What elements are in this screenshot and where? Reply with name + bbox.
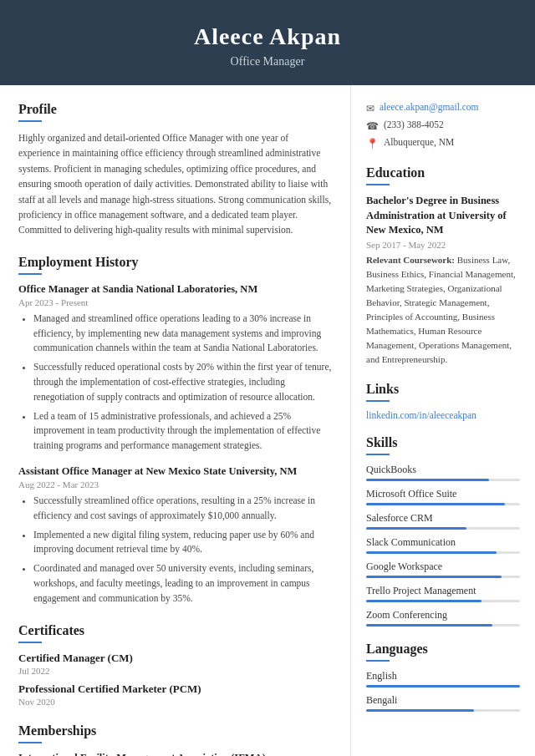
header: Aleece Akpan Office Manager — [0, 0, 535, 85]
employment-title: Employment History — [18, 255, 332, 270]
job-2-bullet-3: Coordinated and managed over 50 universi… — [33, 561, 332, 606]
job-1-bullet-1: Managed and streamlined office operation… — [33, 312, 332, 356]
profile-divider — [18, 120, 42, 122]
contact-email: ✉ aleece.akpan@gmail.com — [366, 102, 520, 115]
skill-bar-bg-5 — [366, 600, 520, 602]
lang-name-1: Bengali — [366, 694, 520, 707]
left-column: Profile Highly organized and detail-orie… — [0, 85, 351, 756]
skill-item-4: Google Workspace — [366, 561, 520, 578]
certificates-title: Certificates — [18, 623, 332, 638]
cert-1-date: Jul 2022 — [18, 666, 332, 676]
coursework-label: Relevant Coursework: — [366, 255, 455, 265]
memberships-section: Memberships International Facility Manag… — [18, 723, 332, 756]
job-1-bullet-3: Led a team of 15 administrative professi… — [33, 409, 332, 454]
job-2-bullet-1: Successfully streamlined office operatio… — [33, 494, 332, 524]
employment-divider — [18, 273, 42, 275]
skill-bar-fill-2 — [366, 527, 466, 530]
certificates-section: Certificates Certified Manager (CM) Jul … — [18, 623, 332, 707]
skill-bar-bg-2 — [366, 527, 520, 530]
job-1-bullets: Managed and streamlined office operation… — [18, 312, 332, 454]
contact-phone: ☎ (233) 388-4052 — [366, 119, 520, 133]
location-icon: 📍 — [366, 138, 379, 150]
skill-name-5: Trello Project Management — [366, 585, 520, 597]
phone-icon: ☎ — [366, 120, 379, 133]
skill-bar-bg-3 — [366, 551, 520, 554]
skill-bar-bg-6 — [366, 624, 520, 627]
skill-bar-bg-4 — [366, 576, 520, 578]
skill-item-6: Zoom Conferencing — [366, 609, 520, 627]
contact-section: ✉ aleece.akpan@gmail.com ☎ (233) 388-405… — [366, 102, 520, 150]
skill-bar-fill-3 — [366, 551, 497, 554]
job-1-bullet-2: Successfully reduced operational costs b… — [33, 360, 332, 404]
profile-title: Profile — [18, 102, 332, 117]
job-2: Assistant Office Manager at New Mexico S… — [18, 465, 332, 606]
lang-item-0: English — [366, 670, 520, 688]
coursework-text: Business Law, Business Ethics, Financial… — [366, 255, 516, 364]
candidate-title: Office Manager — [17, 55, 518, 68]
lang-bar-bg-1 — [366, 709, 520, 712]
membership-1-title: International Facility Management Associ… — [18, 752, 332, 756]
location-text: Albuquerque, NM — [384, 137, 454, 147]
links-section: Links linkedin.com/in/aleeceakpan — [366, 382, 520, 420]
lang-bar-fill-1 — [366, 709, 474, 712]
job-1-date: Apr 2023 - Present — [18, 297, 332, 307]
edu-degree: Bachelor's Degree in Business Administra… — [366, 194, 520, 238]
memberships-divider — [18, 742, 42, 743]
candidate-name: Aleece Akpan — [17, 23, 518, 50]
skill-name-4: Google Workspace — [366, 561, 520, 573]
cert-1: Certified Manager (CM) Jul 2022 — [18, 652, 332, 676]
links-divider — [366, 400, 390, 402]
languages-title: Languages — [366, 642, 520, 657]
skill-name-0: QuickBooks — [366, 464, 520, 476]
skill-bar-fill-6 — [366, 624, 492, 627]
lang-name-0: English — [366, 670, 520, 682]
skills-section: Skills QuickBooks Microsoft Office Suite… — [366, 435, 520, 627]
employment-section: Employment History Office Manager at San… — [18, 255, 332, 606]
skill-bar-bg-0 — [366, 479, 520, 481]
languages-divider — [366, 660, 390, 662]
email-icon: ✉ — [366, 103, 374, 115]
skill-name-6: Zoom Conferencing — [366, 609, 520, 622]
email-link[interactable]: aleece.akpan@gmail.com — [380, 102, 479, 112]
cert-2-title: Professional Certified Marketer (PCM) — [18, 682, 332, 696]
linkedin-link[interactable]: linkedin.com/in/aleeceakpan — [366, 410, 476, 420]
contact-location: 📍 Albuquerque, NM — [366, 137, 520, 150]
memberships-title: Memberships — [18, 723, 332, 738]
languages-section: Languages English Bengali — [366, 642, 520, 712]
education-divider — [366, 184, 390, 185]
skill-bar-fill-5 — [366, 600, 482, 602]
edu-coursework: Relevant Coursework: Business Law, Busin… — [366, 253, 520, 367]
link-1: linkedin.com/in/aleeceakpan — [366, 410, 520, 420]
lang-item-1: Bengali — [366, 694, 520, 712]
profile-text: Highly organized and detail-oriented Off… — [18, 130, 332, 238]
languages-list: English Bengali — [366, 670, 520, 712]
edu-date: Sep 2017 - May 2022 — [366, 240, 520, 250]
skill-item-5: Trello Project Management — [366, 585, 520, 602]
job-2-bullets: Successfully streamlined office operatio… — [18, 494, 332, 606]
skill-bar-fill-4 — [366, 576, 502, 578]
skill-item-2: Salesforce CRM — [366, 512, 520, 530]
skills-divider — [366, 454, 390, 455]
resume-page: Aleece Akpan Office Manager Profile High… — [0, 0, 535, 756]
skill-item-1: Microsoft Office Suite — [366, 488, 520, 505]
job-1-title: Office Manager at Sandia National Labora… — [18, 283, 332, 296]
skill-item-0: QuickBooks — [366, 464, 520, 481]
education-title: Education — [366, 165, 520, 180]
job-1: Office Manager at Sandia National Labora… — [18, 283, 332, 454]
job-2-bullet-2: Implemented a new digital filing system,… — [33, 528, 332, 558]
cert-2-date: Nov 2020 — [18, 697, 332, 707]
body: Profile Highly organized and detail-orie… — [0, 85, 535, 756]
phone-text: (233) 388-4052 — [384, 119, 444, 129]
profile-section: Profile Highly organized and detail-orie… — [18, 102, 332, 238]
skill-item-3: Slack Communication — [366, 536, 520, 554]
lang-bar-bg-0 — [366, 685, 520, 688]
cert-2: Professional Certified Marketer (PCM) No… — [18, 682, 332, 707]
lang-bar-fill-0 — [366, 685, 520, 688]
job-2-date: Aug 2022 - Mar 2023 — [18, 479, 332, 490]
skills-list: QuickBooks Microsoft Office Suite Salesf… — [366, 464, 520, 627]
right-column: ✉ aleece.akpan@gmail.com ☎ (233) 388-405… — [351, 85, 535, 756]
skill-bar-fill-1 — [366, 503, 505, 505]
cert-1-title: Certified Manager (CM) — [18, 652, 332, 665]
skill-bar-bg-1 — [366, 503, 520, 505]
certificates-divider — [18, 642, 42, 643]
